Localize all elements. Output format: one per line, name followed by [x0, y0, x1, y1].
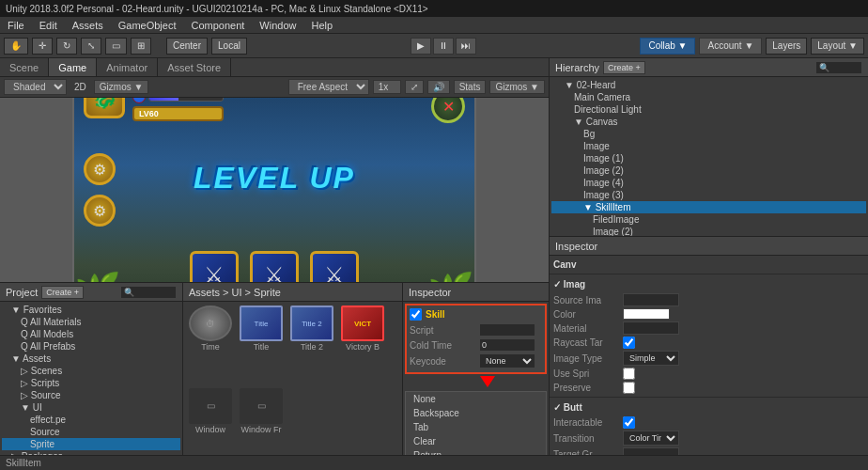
tool-move[interactable]: ✛: [32, 38, 53, 55]
shaded-select[interactable]: Shaded: [4, 79, 67, 95]
inspector-interactable-check[interactable]: [623, 416, 635, 429]
inspector-image-title: ✓ Imag: [553, 277, 585, 291]
kc-backspace[interactable]: Backspace: [406, 406, 546, 420]
p-item-scenes[interactable]: ▷ Scenes: [2, 365, 180, 377]
hud-top: 🐉: [84, 98, 465, 123]
skill-script-field[interactable]: [479, 323, 535, 337]
p-item-sprite[interactable]: Sprite: [2, 438, 180, 450]
h-item-filedimage[interactable]: FiledImage: [551, 213, 866, 226]
inspector-source-field[interactable]: [623, 293, 679, 306]
p-item-favorites[interactable]: ▼ Favorites: [2, 304, 180, 316]
pause-button[interactable]: ⏸: [433, 38, 454, 55]
inspector-usesprites-check[interactable]: [623, 368, 635, 380]
skill-items: ⚔ 1 ⚔ 2 ⚔ 3: [190, 251, 359, 282]
p-item-source2[interactable]: Source: [2, 426, 180, 438]
inspector-preserve-check[interactable]: [623, 382, 635, 394]
p-item-scripts[interactable]: ▷ Scripts: [2, 377, 180, 389]
p-item-all-models[interactable]: Q All Models: [2, 328, 180, 340]
hierarchy-create-btn[interactable]: Create +: [603, 61, 645, 74]
menu-assets[interactable]: Assets: [69, 20, 107, 31]
tab-game[interactable]: Game: [49, 58, 97, 76]
tab-scene[interactable]: Scene: [0, 58, 49, 76]
h-item-image2b[interactable]: Image (2): [551, 226, 866, 236]
skill-coldtime-field[interactable]: [479, 338, 535, 352]
inspector-material-field[interactable]: [623, 321, 679, 335]
h-item-skillitem[interactable]: ▼ SkillItem: [551, 201, 866, 213]
center-toggle[interactable]: Center: [166, 38, 208, 55]
h-item-image2[interactable]: Image (2): [551, 164, 866, 177]
skill-item-1[interactable]: ⚔ 1: [190, 251, 239, 282]
menu-help[interactable]: Help: [307, 20, 336, 31]
p-item-effectpe[interactable]: effect.pe: [2, 414, 180, 426]
mute-btn[interactable]: 🔊: [427, 80, 450, 94]
tab-animator[interactable]: Animator: [97, 58, 158, 76]
menu-file[interactable]: File: [4, 20, 28, 31]
tool-hand[interactable]: ✋: [4, 38, 28, 55]
layers-button[interactable]: Layers: [766, 38, 807, 55]
tool-rect[interactable]: ▭: [105, 38, 127, 55]
p-item-all-prefabs[interactable]: Q All Prefabs: [2, 340, 180, 352]
inspector-imagetype-select[interactable]: Simple: [623, 351, 679, 366]
maximize-btn[interactable]: ⤢: [405, 80, 424, 94]
project-tree: ▼ Favorites Q All Materials Q All Models…: [0, 302, 182, 470]
skill-item-3[interactable]: ⚔ 3: [310, 251, 359, 282]
layout-button[interactable]: Layout ▼: [811, 38, 864, 55]
h-item-image1[interactable]: Image (1): [551, 152, 866, 164]
cancel-btn[interactable]: ✕: [431, 98, 465, 123]
step-button[interactable]: ⏭: [456, 38, 476, 55]
h-item-bg[interactable]: Bg: [551, 128, 866, 140]
project-create-btn[interactable]: Create +: [41, 286, 84, 299]
skill-keycode-select[interactable]: None: [479, 353, 535, 368]
h-item-dirlight[interactable]: Directional Light: [551, 103, 866, 116]
menu-edit[interactable]: Edit: [36, 20, 61, 31]
collab-button[interactable]: Collab ▼: [640, 38, 695, 55]
tool-transform[interactable]: ⊞: [131, 38, 151, 55]
sprite-title[interactable]: Title Title: [238, 306, 285, 384]
xp-fill: [149, 98, 178, 101]
gizmos2-btn[interactable]: Gizmos ▼: [489, 80, 545, 94]
p-item-all-materials[interactable]: Q All Materials: [2, 316, 180, 328]
kc-clear[interactable]: Clear: [406, 434, 546, 448]
sprite-time-img: ⏱: [189, 306, 232, 341]
inspector-transition-select[interactable]: Color Tint: [623, 431, 679, 446]
skill-enabled-checkbox[interactable]: [410, 308, 422, 321]
play-button[interactable]: ▶: [411, 38, 431, 55]
stats-btn[interactable]: Stats: [454, 80, 487, 94]
kc-tab[interactable]: Tab: [406, 420, 546, 434]
sprite-panel-header: Assets > UI > Sprite: [183, 283, 402, 302]
project-panel: Project Create + ▼ Favorites Q All Mater…: [0, 283, 183, 470]
project-search[interactable]: [120, 286, 177, 299]
gizmos-btn[interactable]: Gizmos ▼: [94, 80, 149, 94]
tab-asset-store[interactable]: Asset Store: [158, 58, 231, 76]
inspector-raycast-check[interactable]: [623, 337, 635, 349]
p-item-ui[interactable]: ▼ UI: [2, 401, 180, 414]
h-item-02heard[interactable]: ▼ 02-Heard: [551, 79, 866, 91]
skill-circle-2[interactable]: ⚙: [84, 195, 116, 227]
menu-window[interactable]: Window: [256, 20, 300, 31]
p-item-assets[interactable]: ▼ Assets: [2, 352, 180, 365]
menu-component[interactable]: Component: [187, 20, 248, 31]
menu-gameobject[interactable]: GameObject: [115, 20, 180, 31]
tool-rotate[interactable]: ↻: [56, 38, 77, 55]
h-item-image4[interactable]: Image (4): [551, 177, 866, 189]
h-item-maincamera[interactable]: Main Camera: [551, 91, 866, 103]
tool-scale[interactable]: ⤡: [81, 38, 101, 55]
scale-input[interactable]: [373, 80, 401, 94]
h-item-canvas[interactable]: ▼ Canvas: [551, 116, 866, 128]
p-item-source[interactable]: ▷ Source: [2, 389, 180, 401]
h-item-image3[interactable]: Image (3): [551, 189, 866, 201]
skill-item-2[interactable]: ⚔ 2: [250, 251, 299, 282]
hierarchy-search[interactable]: [815, 61, 862, 74]
sprite-victory[interactable]: VICT Victory B: [339, 306, 386, 384]
kc-none[interactable]: None: [406, 392, 546, 406]
sprite-title2-img: Title 2: [290, 306, 333, 341]
local-toggle[interactable]: Local: [211, 38, 247, 55]
skill-circle-1[interactable]: ⚙: [84, 153, 116, 185]
sprite-time[interactable]: ⏱ Time: [187, 306, 234, 384]
resolution-select[interactable]: Free Aspect: [288, 79, 369, 95]
inspector-color-swatch[interactable]: [623, 308, 670, 320]
account-button[interactable]: Account ▼: [699, 38, 762, 55]
sprite-title2[interactable]: Title 2 Title 2: [288, 306, 335, 384]
h-item-image[interactable]: Image: [551, 140, 866, 152]
sprite-victory-img: VICT: [341, 306, 384, 341]
